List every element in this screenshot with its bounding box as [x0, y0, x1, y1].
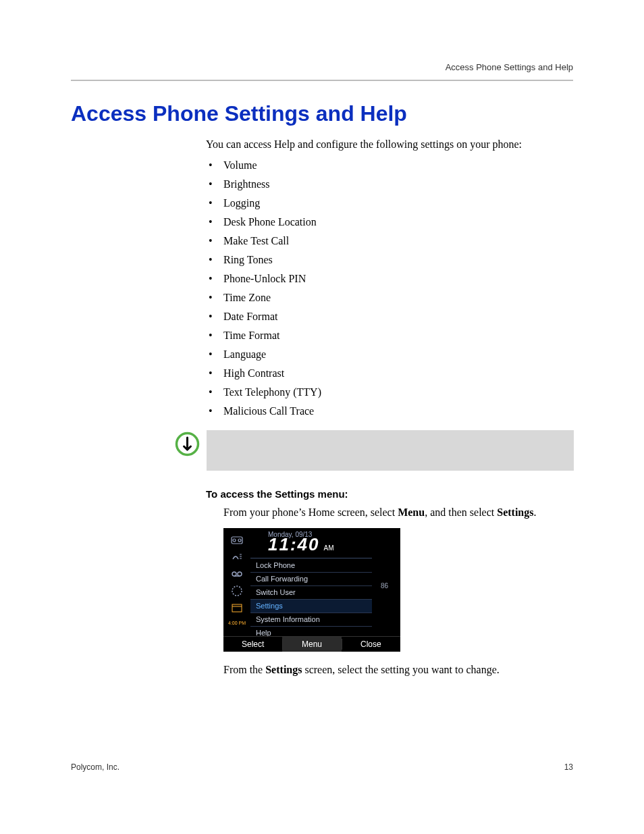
- step-bold: Settings: [497, 506, 533, 518]
- step-bold: Settings: [265, 664, 302, 675]
- status-badge: 86: [381, 582, 388, 590]
- svg-point-5: [238, 572, 242, 576]
- softkey-menu[interactable]: Menu: [282, 637, 341, 652]
- voicemail-icon: [230, 535, 244, 546]
- settings-list: Volume Brightness Logging Desk Phone Loc…: [206, 156, 574, 421]
- phone-menu-item-selected[interactable]: Settings: [250, 600, 372, 613]
- phone-divider: [250, 558, 372, 558]
- note-box: [207, 430, 574, 471]
- running-header: Access Phone Settings and Help: [446, 62, 573, 72]
- phone-ampm: AM: [324, 544, 334, 552]
- phone-menu: Lock Phone Call Forwarding Switch User S…: [250, 559, 372, 640]
- list-item: Brightness: [206, 175, 574, 194]
- svg-rect-8: [232, 604, 242, 612]
- procedure-heading: To access the Settings menu:: [206, 488, 574, 500]
- call-log-icon: [230, 552, 244, 563]
- phone-menu-item[interactable]: Call Forwarding: [250, 573, 372, 586]
- step-text: screen, select the setting you want to c…: [302, 664, 499, 675]
- list-item: Malicious Call Trace: [206, 402, 574, 421]
- step-text: From your phone’s Home screen, select: [223, 506, 398, 518]
- list-item: Logging: [206, 194, 574, 213]
- list-item: Time Zone: [206, 288, 574, 307]
- list-item: Date Format: [206, 307, 574, 326]
- list-item: Language: [206, 345, 574, 364]
- phone-clock: 11:40: [268, 534, 320, 555]
- list-item: Phone-Unlock PIN: [206, 269, 574, 288]
- page-title: Access Phone Settings and Help: [71, 101, 573, 126]
- phone-menu-item[interactable]: Lock Phone: [250, 559, 372, 573]
- list-item: Make Test Call: [206, 232, 574, 251]
- list-item: Desk Phone Location: [206, 213, 574, 232]
- svg-point-4: [232, 572, 236, 576]
- contacts-loading-icon: [230, 585, 244, 596]
- step-text: , and then select: [425, 506, 497, 518]
- svg-point-7: [232, 586, 242, 596]
- list-item: Volume: [206, 156, 574, 175]
- svg-point-3: [238, 539, 241, 542]
- phone-menu-item[interactable]: Switch User: [250, 586, 372, 600]
- list-item: Text Telephony (TTY): [206, 383, 574, 402]
- softkey-close[interactable]: Close: [342, 637, 400, 652]
- phone-softkeys: Select Menu Close: [223, 636, 400, 652]
- list-item: Ring Tones: [206, 251, 574, 269]
- step-bold: Menu: [398, 506, 425, 518]
- procedure-step-1: From your phone’s Home screen, select Me…: [223, 506, 574, 519]
- step-text: .: [533, 506, 536, 518]
- note-arrow-icon: [173, 430, 201, 458]
- footer-company: Polycom, Inc.: [71, 762, 119, 772]
- list-item: High Contrast: [206, 364, 574, 383]
- footer-page-number: 13: [564, 762, 573, 772]
- header-rule: [71, 80, 573, 81]
- list-item: Time Format: [206, 326, 574, 345]
- intro-text: You can access Help and configure the fo…: [206, 138, 574, 151]
- sidebar-time: 4:00 PM: [228, 621, 246, 625]
- phone-menu-item[interactable]: System Information: [250, 613, 372, 627]
- step-text: From the: [223, 664, 265, 675]
- svg-point-2: [233, 539, 236, 542]
- voicemail2-icon: [230, 569, 244, 579]
- note-callout: [173, 430, 574, 471]
- calendar-icon: [230, 602, 244, 613]
- procedure-step-2: From the Settings screen, select the set…: [223, 664, 574, 676]
- phone-sidebar: 4:00 PM: [223, 528, 250, 643]
- softkey-select[interactable]: Select: [223, 637, 282, 652]
- phone-screenshot: 4:00 PM Monday, 09/13 11:40 AM Lock Phon…: [223, 528, 400, 652]
